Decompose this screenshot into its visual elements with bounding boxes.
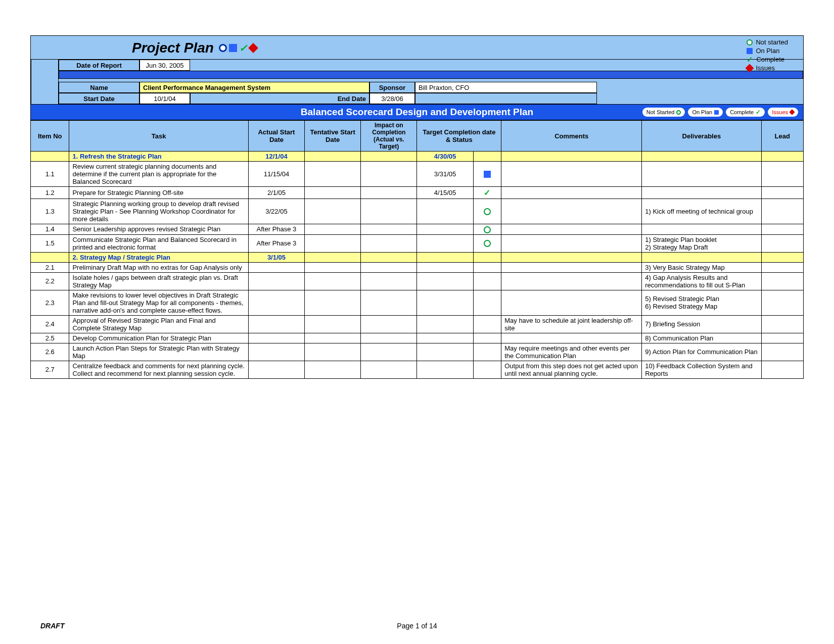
- cell-impact: [361, 290, 417, 315]
- cell-task: Make revisions to lower level objectives…: [69, 290, 248, 315]
- cell-deliverables: [642, 187, 761, 199]
- cell-tentative-start: [305, 272, 361, 290]
- cell-status: [473, 199, 501, 224]
- cell-impact: [361, 187, 417, 199]
- cell-tentative-start: [305, 162, 361, 187]
- cell-task: Review current strategic planning docume…: [69, 162, 248, 187]
- cell-comments: [501, 272, 642, 290]
- issues-icon: [746, 64, 754, 72]
- table-row: 2.6Launch Action Plan Steps for Strategi…: [31, 343, 804, 361]
- col-task: Task: [69, 121, 248, 152]
- cell-actual-start: [248, 272, 304, 290]
- legend: Not started On Plan ✓Complete Issues: [747, 38, 788, 72]
- cell-impact: [361, 343, 417, 361]
- cell-item: 1.4: [31, 224, 69, 235]
- section-actual-start: 12/1/04: [248, 152, 304, 162]
- start-date-value: 10/1/04: [140, 93, 190, 104]
- complete-icon: ✓: [484, 188, 490, 197]
- banner-pills: Not Started On Plan Complete✓ Issues: [642, 108, 798, 117]
- cell-actual-start: [248, 361, 304, 378]
- col-tentative-start: Tentative Start Date: [305, 121, 361, 152]
- cell-lead: [761, 224, 803, 235]
- cell-target-completion: [417, 224, 473, 235]
- cell-comments: [501, 224, 642, 235]
- cell-tentative-start: [305, 199, 361, 224]
- draft-stamp: DRAFT: [40, 622, 64, 630]
- cell-comments: [501, 234, 642, 252]
- cell-task: Launch Action Plan Steps for Strategic P…: [69, 343, 248, 361]
- cell-lead: [761, 162, 803, 187]
- cell-status: [473, 361, 501, 378]
- cell-deliverables: 5) Revised Strategic Plan 6) Revised Str…: [642, 290, 761, 315]
- on-plan-icon: [747, 48, 753, 54]
- cell-lead: [761, 343, 803, 361]
- plan-table: Item No Task Actual Start Date Tentative…: [30, 120, 804, 379]
- section-actual-start: 3/1/05: [248, 252, 304, 262]
- cell-item: 1.3: [31, 199, 69, 224]
- on-plan-icon: [484, 171, 491, 178]
- pill-not-started: Not Started: [642, 108, 685, 117]
- cell-lead: [761, 187, 803, 199]
- cell-target-completion: [417, 234, 473, 252]
- info-grid: Date of Report Jun 30, 2005 Name Client …: [31, 59, 803, 104]
- page-title-row: Project Plan ✓: [31, 40, 803, 59]
- cell-status: [473, 162, 501, 187]
- col-impact: Impact on Completion (Actual vs. Target): [361, 121, 417, 152]
- cell-deliverables: [642, 224, 761, 235]
- cell-comments: May require meetings and other events pe…: [501, 343, 642, 361]
- cell-deliverables: 9) Action Plan for Communication Plan: [642, 343, 761, 361]
- sponsor-label: Sponsor: [369, 82, 415, 93]
- pill-issues: Issues: [768, 108, 798, 117]
- col-deliverables: Deliverables: [642, 121, 761, 152]
- project-name: Client Performance Management System: [140, 82, 369, 93]
- cell-impact: [361, 361, 417, 378]
- table-row: 1.4Senior Leadership approves revised St…: [31, 224, 804, 235]
- cell-item: 2.1: [31, 262, 69, 272]
- cell-status: [473, 262, 501, 272]
- cell-actual-start: [248, 333, 304, 343]
- page-title: Project Plan: [132, 40, 214, 56]
- cell-tentative-start: [305, 315, 361, 333]
- cell-task: Develop Communication Plan for Strategic…: [69, 333, 248, 343]
- cell-item: 1.2: [31, 187, 69, 199]
- cell-target-completion: [417, 361, 473, 378]
- cell-impact: [361, 234, 417, 252]
- cell-actual-start: 2/1/05: [248, 187, 304, 199]
- cell-lead: [761, 199, 803, 224]
- cell-lead: [761, 272, 803, 290]
- col-item: Item No: [31, 121, 69, 152]
- cell-item: 2.3: [31, 290, 69, 315]
- name-label: Name: [59, 82, 140, 93]
- cell-task: Centralize feedback and comments for nex…: [69, 361, 248, 378]
- not-started-icon: [747, 39, 753, 45]
- end-date-value: 3/28/06: [369, 93, 415, 104]
- start-date-label: Start Date: [59, 93, 140, 104]
- cell-task: Senior Leadership approves revised Strat…: [69, 224, 248, 235]
- not-started-icon: [219, 44, 227, 52]
- date-of-report-label: Date of Report: [59, 60, 140, 71]
- cell-tentative-start: [305, 262, 361, 272]
- cell-target-completion: [417, 199, 473, 224]
- cell-tentative-start: [305, 234, 361, 252]
- cell-lead: [761, 262, 803, 272]
- cell-tentative-start: [305, 361, 361, 378]
- not-started-icon: [676, 110, 681, 115]
- table-row: 1.2Prepare for Strategic Planning Off-si…: [31, 187, 804, 199]
- table-row: 1.1Review current strategic planning doc…: [31, 162, 804, 187]
- cell-impact: [361, 315, 417, 333]
- cell-item: 1.5: [31, 234, 69, 252]
- cell-impact: [361, 272, 417, 290]
- cell-impact: [361, 224, 417, 235]
- cell-item: 2.7: [31, 361, 69, 378]
- plan-table-header: Item No Task Actual Start Date Tentative…: [31, 121, 804, 152]
- header-band: Project Plan ✓ Not started On Plan ✓Comp…: [30, 35, 804, 104]
- cell-impact: [361, 199, 417, 224]
- cell-comments: [501, 199, 642, 224]
- cell-deliverables: 8) Communication Plan: [642, 333, 761, 343]
- section-banner: Balanced Scorecard Design and Developmen…: [30, 104, 804, 120]
- complete-icon: ✓: [747, 55, 753, 64]
- cell-task: Preliminary Draft Map with no extras for…: [69, 262, 248, 272]
- cell-impact: [361, 333, 417, 343]
- cell-item: 2.6: [31, 343, 69, 361]
- cell-target-completion: [417, 333, 473, 343]
